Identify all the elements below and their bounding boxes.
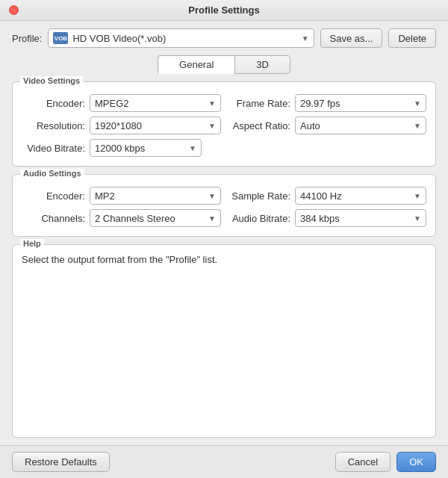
aspect-ratio-label: Aspect Ratio:: [227, 120, 290, 131]
resolution-dropdown[interactable]: 1920*1080 ▼: [90, 117, 221, 134]
profile-dropdown[interactable]: VOB HD VOB Video(*.vob) ▼: [48, 28, 314, 48]
bottom-left: Restore Defaults: [12, 452, 110, 472]
sample-rate-arrow: ▼: [414, 192, 421, 200]
sample-rate-dropdown[interactable]: 44100 Hz ▼: [295, 187, 426, 205]
video-bitrate-label: Video Bitrate:: [22, 143, 85, 154]
video-bitrate-value: 12000 kbps: [95, 143, 186, 154]
audio-bitrate-dropdown[interactable]: 384 kbps ▼: [295, 209, 426, 227]
channels-value: 2 Channels Stereo: [95, 213, 205, 224]
profile-icon: VOB: [53, 32, 68, 44]
video-settings-section: Video Settings Encoder: MPEG2 ▼ Frame Ra…: [12, 81, 436, 167]
tab-3d[interactable]: 3D: [234, 55, 290, 74]
help-section: Help Select the output format from the "…: [12, 244, 436, 438]
tabs-row: General 3D: [12, 55, 436, 74]
title-bar: Profile Settings: [0, 0, 448, 21]
resolution-arrow: ▼: [208, 122, 216, 130]
audio-encoder-dropdown[interactable]: MP2 ▼: [90, 187, 221, 205]
encoder-dropdown[interactable]: MPEG2 ▼: [90, 94, 221, 112]
window-title: Profile Settings: [188, 4, 259, 16]
cancel-button[interactable]: Cancel: [335, 452, 391, 472]
profile-label: Profile:: [12, 33, 42, 44]
help-title: Help: [20, 239, 44, 248]
bottom-right: Cancel OK: [335, 452, 436, 472]
frame-rate-value: 29.97 fps: [300, 98, 411, 109]
audio-encoder-arrow: ▼: [208, 192, 216, 200]
frame-rate-field: Frame Rate: 29.97 fps ▼: [227, 94, 426, 112]
aspect-ratio-arrow: ▼: [414, 122, 421, 130]
video-settings-title: Video Settings: [20, 76, 83, 85]
audio-bitrate-label: Audio Bitrate:: [227, 213, 290, 224]
delete-button[interactable]: Delete: [388, 28, 436, 48]
sample-rate-value: 44100 Hz: [300, 190, 411, 202]
resolution-label: Resolution:: [22, 120, 85, 131]
aspect-ratio-dropdown[interactable]: Auto ▼: [295, 117, 426, 134]
resolution-field: Resolution: 1920*1080 ▼: [22, 117, 221, 134]
audio-settings-title: Audio Settings: [20, 169, 84, 178]
resolution-value: 1920*1080: [95, 120, 205, 131]
channels-label: Channels:: [22, 213, 85, 224]
profile-selected-value: HD VOB Video(*.vob): [72, 33, 298, 44]
channels-arrow: ▼: [208, 214, 216, 223]
frame-rate-label: Frame Rate:: [227, 98, 290, 109]
sample-rate-label: Sample Rate:: [227, 190, 290, 202]
aspect-ratio-field: Aspect Ratio: Auto ▼: [227, 117, 426, 134]
channels-dropdown[interactable]: 2 Channels Stereo ▼: [90, 209, 221, 227]
tab-general[interactable]: General: [158, 55, 234, 74]
restore-defaults-button[interactable]: Restore Defaults: [12, 452, 110, 472]
bottom-bar: Restore Defaults Cancel OK: [0, 445, 448, 478]
encoder-value: MPEG2: [95, 98, 205, 109]
help-text: Select the output format from the "Profi…: [22, 254, 426, 265]
close-button[interactable]: [9, 5, 19, 15]
frame-rate-arrow: ▼: [414, 99, 421, 108]
encoder-arrow: ▼: [208, 99, 216, 108]
channels-field: Channels: 2 Channels Stereo ▼: [22, 209, 221, 227]
audio-encoder-field: Encoder: MP2 ▼: [22, 187, 221, 205]
frame-rate-dropdown[interactable]: 29.97 fps ▼: [295, 94, 426, 112]
audio-bitrate-value: 384 kbps: [300, 213, 411, 224]
save-as-button[interactable]: Save as...: [320, 28, 383, 48]
ok-button[interactable]: OK: [396, 452, 436, 472]
video-bitrate-arrow: ▼: [189, 144, 196, 152]
audio-bitrate-field: Audio Bitrate: 384 kbps ▼: [227, 209, 426, 227]
main-content: Profile: VOB HD VOB Video(*.vob) ▼ Save …: [0, 21, 448, 445]
audio-settings-section: Audio Settings Encoder: MP2 ▼ Sample Rat…: [12, 174, 436, 237]
aspect-ratio-value: Auto: [300, 120, 411, 131]
sample-rate-field: Sample Rate: 44100 Hz ▼: [227, 187, 426, 205]
profile-row: Profile: VOB HD VOB Video(*.vob) ▼ Save …: [12, 28, 436, 48]
profile-dropdown-arrow: ▼: [302, 34, 309, 43]
audio-encoder-value: MP2: [95, 190, 205, 202]
encoder-field: Encoder: MPEG2 ▼: [22, 94, 221, 112]
video-bitrate-dropdown[interactable]: 12000 kbps ▼: [90, 139, 202, 157]
video-settings-grid: Encoder: MPEG2 ▼ Frame Rate: 29.97 fps ▼…: [22, 94, 426, 134]
encoder-label: Encoder:: [22, 98, 85, 109]
audio-encoder-label: Encoder:: [22, 190, 85, 202]
video-bitrate-row: Video Bitrate: 12000 kbps ▼: [22, 139, 426, 157]
audio-bitrate-arrow: ▼: [414, 214, 421, 223]
audio-settings-grid: Encoder: MP2 ▼ Sample Rate: 44100 Hz ▼ C…: [22, 187, 426, 227]
